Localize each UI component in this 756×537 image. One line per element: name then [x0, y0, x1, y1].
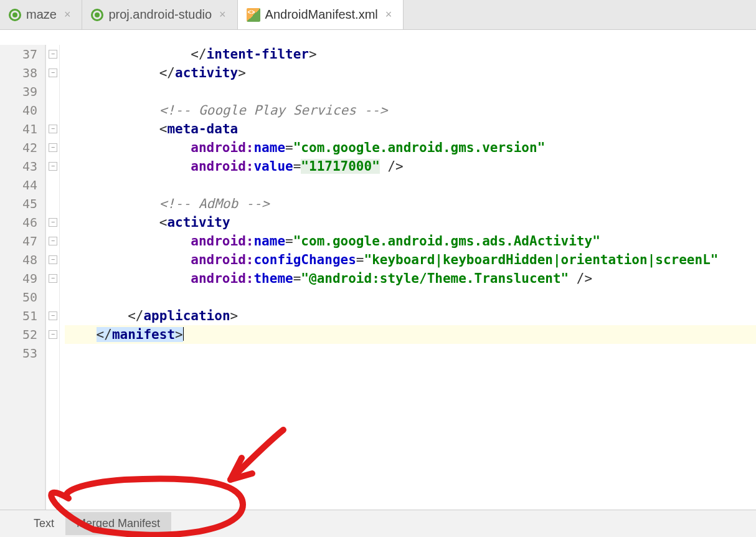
code-line[interactable]: android:name="com.google.android.gms.ads… — [65, 232, 756, 250]
fold-handle[interactable]: − — [49, 237, 57, 245]
code-line[interactable]: <!-- AdMob --> — [65, 194, 756, 213]
editor-area: 3738394041424344454647484950515253 −−−−−… — [0, 45, 756, 525]
tab-proj-android-studio[interactable]: proj.android-studio × — [82, 0, 237, 29]
fold-handle[interactable]: − — [49, 162, 57, 171]
tab-label: proj.android-studio — [108, 7, 212, 22]
line-number: 45 — [0, 194, 37, 213]
tab-label: AndroidManifest.xml — [265, 7, 378, 22]
code-line[interactable] — [65, 176, 756, 194]
code-line[interactable]: <activity — [65, 213, 756, 232]
code-line[interactable]: android:value="11717000" /> — [65, 157, 756, 176]
line-number-gutter: 3738394041424344454647484950515253 — [0, 45, 45, 525]
code-line[interactable]: android:theme="@android:style/Theme.Tran… — [65, 269, 756, 288]
cocos-icon — [9, 9, 21, 21]
code-line[interactable]: </application> — [65, 307, 756, 325]
fold-handle[interactable]: − — [49, 125, 57, 133]
line-number: 44 — [0, 176, 37, 194]
code-line[interactable]: android:name="com.google.android.gms.ver… — [65, 138, 756, 157]
line-number: 38 — [0, 64, 37, 82]
line-number: 37 — [0, 45, 37, 64]
line-number: 52 — [0, 325, 37, 344]
line-number: 46 — [0, 213, 37, 232]
xml-file-icon — [247, 8, 260, 22]
line-number: 43 — [0, 157, 37, 176]
cocos-icon — [91, 9, 103, 21]
line-number: 48 — [0, 250, 37, 269]
fold-handle[interactable]: − — [49, 218, 57, 227]
line-number: 40 — [0, 101, 37, 120]
code-line[interactable]: <meta-data — [65, 120, 756, 138]
bottom-tab-bar: Text Merged Manifest — [0, 510, 756, 537]
tab-maze[interactable]: maze × — [0, 0, 82, 29]
fold-handle[interactable]: − — [49, 143, 57, 152]
code-line[interactable] — [65, 288, 756, 307]
line-number: 50 — [0, 288, 37, 307]
line-number: 47 — [0, 232, 37, 250]
code-line[interactable]: </manifest> — [65, 325, 756, 344]
fold-handle[interactable]: − — [49, 50, 57, 59]
code-line[interactable]: </activity> — [65, 64, 756, 82]
fold-handle[interactable]: − — [49, 274, 57, 283]
fold-gutter: −−−−−−−−−−− — [45, 45, 60, 525]
code-line[interactable]: </intent-filter> — [65, 45, 756, 64]
code-editor[interactable]: </intent-filter> </activity> <!-- Google… — [60, 45, 756, 525]
tab-android-manifest[interactable]: AndroidManifest.xml × — [238, 0, 404, 29]
fold-handle[interactable]: − — [49, 311, 57, 320]
line-number: 42 — [0, 138, 37, 157]
fold-handle[interactable]: − — [49, 330, 57, 339]
code-line[interactable] — [65, 82, 756, 101]
bottom-tab-merged-manifest[interactable]: Merged Manifest — [65, 512, 171, 535]
close-icon[interactable]: × — [217, 8, 229, 21]
line-number: 39 — [0, 82, 37, 101]
code-line[interactable]: android:configChanges="keyboard|keyboard… — [65, 250, 756, 269]
line-number: 41 — [0, 120, 37, 138]
fold-handle[interactable]: − — [49, 69, 57, 77]
close-icon[interactable]: × — [62, 8, 73, 21]
close-icon[interactable]: × — [383, 8, 395, 21]
bottom-tab-text[interactable]: Text — [22, 512, 65, 535]
code-line[interactable]: <!-- Google Play Services --> — [65, 101, 756, 120]
line-number: 51 — [0, 307, 37, 325]
code-line[interactable] — [65, 344, 756, 363]
tab-label: maze — [26, 7, 57, 22]
fold-handle[interactable]: − — [49, 255, 57, 264]
editor-tab-bar: maze × proj.android-studio × AndroidMani… — [0, 0, 756, 30]
line-number: 49 — [0, 269, 37, 288]
line-number: 53 — [0, 344, 37, 363]
